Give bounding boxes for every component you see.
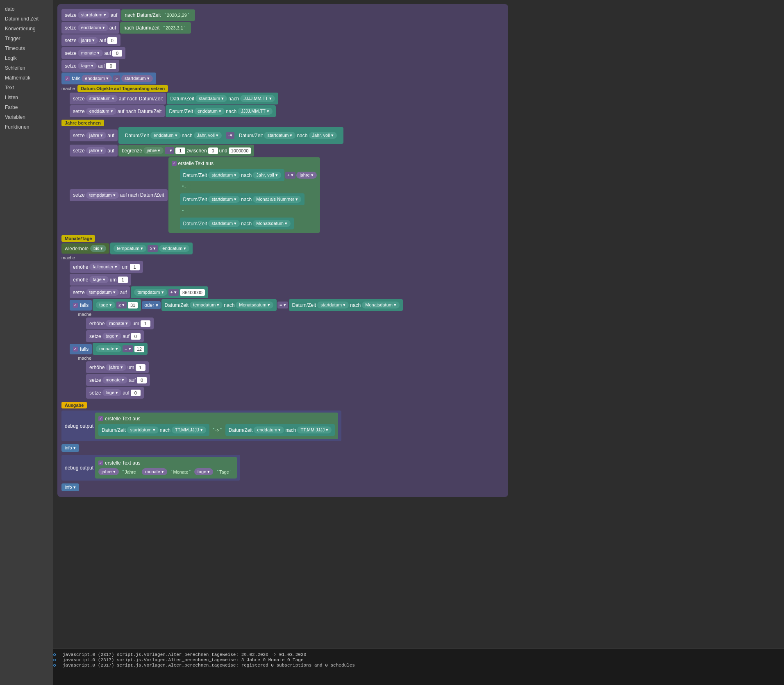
- falls2-block[interactable]: ✓ falls: [70, 300, 92, 311]
- tempdatum-pill[interactable]: tempdatum ▾: [86, 192, 119, 199]
- enddatum-pill3[interactable]: enddatum ▾: [86, 108, 116, 115]
- monate-val[interactable]: 0: [112, 50, 122, 57]
- monate-pill2[interactable]: monate ▾: [106, 320, 131, 327]
- jahre-pill7[interactable]: jahre ▾: [98, 468, 119, 475]
- sidebar-item-konvertierung[interactable]: Konvertierung: [0, 24, 53, 34]
- falls-block[interactable]: ✓ falls enddatum ▾ > startdatum ▾: [61, 73, 156, 84]
- setze-jahre-block[interactable]: setze jahre ▾ auf 0: [61, 34, 120, 46]
- ttmmjjjj-pill2[interactable]: TT.MM.JJJJ ▾: [297, 426, 332, 433]
- setze-tempdatum-block[interactable]: setze tempdatum ▾ auf nach Datum/Zeit: [70, 189, 168, 201]
- monate-pill[interactable]: monate ▾: [78, 50, 103, 57]
- bis-pill[interactable]: bis ▾: [90, 245, 106, 252]
- jahr-voll-pill3[interactable]: Jahr, voll ▾: [253, 172, 281, 179]
- failcounter-pill[interactable]: failcounter ▾: [89, 263, 120, 270]
- jjjjmmtt-pill2[interactable]: JJJJ.MM.TT ▾: [238, 108, 273, 115]
- val-0a[interactable]: 0: [208, 147, 218, 154]
- startdatum-pill[interactable]: startdatum ▾: [78, 11, 109, 18]
- startdatum-pill10[interactable]: startdatum ▾: [127, 426, 159, 433]
- debug-block2[interactable]: debug output ✓ erstelle Text aus jahre ▾…: [61, 455, 240, 481]
- enddatum-pill5[interactable]: enddatum ▾: [150, 132, 181, 139]
- monatsdatum-pill3[interactable]: Monatsdatum ▾: [362, 302, 400, 308]
- setze-jahre3-block[interactable]: setze jahre ▾ auf: [70, 145, 118, 157]
- sidebar-item-farbe[interactable]: Farbe: [0, 102, 53, 112]
- setze-enddatum-block[interactable]: setze enddatum ▾ auf: [61, 22, 119, 34]
- tage-pill4[interactable]: tage ▾: [102, 333, 121, 340]
- sidebar-item-schleifen[interactable]: Schleifen: [0, 63, 53, 73]
- val-0c[interactable]: 0: [137, 377, 147, 383]
- enddatum-pill[interactable]: enddatum ▾: [78, 24, 108, 31]
- val-12[interactable]: 12: [134, 346, 144, 352]
- jahre-pill4[interactable]: jahre ▾: [143, 147, 164, 154]
- startdatum-pill4[interactable]: startdatum ▾: [195, 95, 227, 102]
- datum-zeit-block[interactable]: Datum/Zeit startdatum ▾ nach JJJJ.MM.TT …: [167, 93, 278, 104]
- debug-block1[interactable]: debug output ✓ erstelle Text aus Datum/Z…: [61, 411, 341, 441]
- sidebar-item-funktionen[interactable]: Funktionen: [0, 122, 53, 132]
- info-block2[interactable]: info ▾: [61, 483, 79, 491]
- val-0b[interactable]: 0: [131, 333, 141, 340]
- tage-pill5[interactable]: tage ▾: [102, 389, 121, 396]
- info-block1[interactable]: info ▾: [61, 444, 79, 452]
- sidebar-item-dato[interactable]: dato: [0, 4, 53, 14]
- nach-datum-zeit-block2[interactable]: nach Datum/Zeit " 2023,3,1 ": [120, 22, 191, 34]
- erhoehe-tage-block[interactable]: erhöhe tage ▾ um 1: [70, 274, 131, 286]
- enddatum-pill7[interactable]: enddatum ▾: [254, 426, 284, 433]
- math-minus-block[interactable]: Datum/Zeit enddatum ▾ nach Jahr, voll ▾ …: [118, 127, 343, 144]
- monate-pill5[interactable]: monate ▾: [142, 468, 167, 475]
- setze-enddatum2-block[interactable]: setze enddatum ▾ auf nach Datum/Zeit: [70, 105, 165, 117]
- jahre-pill[interactable]: jahre ▾: [78, 37, 98, 44]
- setze-tage-null-block[interactable]: setze tage ▾ auf 0: [86, 330, 144, 342]
- erhoehe-jahre-block[interactable]: erhöhe jahre ▾ um 1: [86, 361, 149, 373]
- sidebar-item-timeouts[interactable]: Timeouts: [0, 43, 53, 53]
- sidebar-item-datum-zeit[interactable]: Datum und Zeit: [0, 14, 53, 24]
- jahre-val[interactable]: 0: [107, 37, 117, 44]
- enddatum-pill4[interactable]: enddatum ▾: [194, 108, 225, 115]
- tage-val[interactable]: 0: [106, 63, 116, 69]
- val-0d[interactable]: 0: [131, 390, 141, 396]
- setze-tage-block[interactable]: setze tage ▾ auf 0: [61, 60, 119, 72]
- tempdatum-pill2[interactable]: tempdatum ▾: [114, 245, 146, 252]
- monat-nummer-pill[interactable]: Monat als Nummer ▾: [253, 196, 301, 203]
- tage-pill2[interactable]: tage ▾: [89, 276, 108, 283]
- sidebar-item-logik[interactable]: Logik: [0, 53, 53, 63]
- setze-tempdatum2-block[interactable]: setze tempdatum ▾ auf: [70, 286, 130, 298]
- sidebar-item-trigger[interactable]: Trigger: [0, 34, 53, 43]
- nach-datum-zeit-block[interactable]: nach Datum/Zeit " 2020,2,29 ": [121, 9, 195, 21]
- val-1000000[interactable]: 1000000: [229, 147, 251, 154]
- jahre-pill6[interactable]: jahre ▾: [106, 364, 126, 371]
- erhoehe-failcounter-block[interactable]: erhöhe failcounter ▾ um 1: [70, 261, 143, 273]
- begrenze-block[interactable]: begrenze jahre ▾ - ▾ 1 zwischen 0 und 10…: [118, 145, 255, 157]
- tempdatum-pill4[interactable]: tempdatum ▾: [134, 289, 167, 296]
- startdatum-pill9[interactable]: startdatum ▾: [317, 302, 349, 308]
- setze-monate-null-block[interactable]: setze monate ▾ auf 0: [86, 374, 150, 386]
- enddatum-pill6[interactable]: enddatum ▾: [159, 245, 189, 252]
- setze-tage-null2-block[interactable]: setze tage ▾ auf 0: [86, 387, 144, 399]
- startdatum-pill3[interactable]: startdatum ▾: [86, 95, 118, 102]
- val-31[interactable]: 31: [128, 302, 138, 308]
- ttmmjjjj-pill[interactable]: TT.MM.JJJJ ▾: [172, 426, 206, 433]
- enddatum-pill2[interactable]: enddatum ▾: [82, 75, 112, 82]
- startdatum-pill6[interactable]: startdatum ▾: [208, 172, 240, 179]
- tage-pill6[interactable]: tage ▾: [194, 468, 213, 475]
- tempdatum-pill5[interactable]: tempdatum ▾: [190, 302, 223, 308]
- setze-startdatum-block[interactable]: setze startdatum ▾ auf: [61, 9, 120, 21]
- falls3-block[interactable]: ✓ falls: [70, 344, 92, 354]
- erhoehe-monate-block[interactable]: erhöhe monate ▾ um 1: [86, 318, 154, 329]
- sidebar-item-mathematik[interactable]: Mathematik: [0, 73, 53, 83]
- startdatum-pill8[interactable]: startdatum ▾: [208, 220, 240, 227]
- tage-pill[interactable]: tage ▾: [78, 62, 97, 69]
- monate-pill4[interactable]: monate ▾: [102, 377, 128, 383]
- jahr-voll-pill2[interactable]: Jahr, voll ▾: [309, 132, 337, 139]
- val-86400000[interactable]: 86400000: [180, 289, 205, 296]
- jahr-voll-pill[interactable]: Jahr, voll ▾: [194, 132, 222, 139]
- sidebar-item-listen[interactable]: Listen: [0, 93, 53, 102]
- sidebar-item-text[interactable]: Text: [0, 83, 53, 93]
- val-1e[interactable]: 1: [136, 364, 145, 371]
- setze-jahre2-block[interactable]: setze jahre ▾ auf: [70, 129, 118, 141]
- monatsdatum-pill[interactable]: Monatsdatum ▾: [253, 220, 291, 227]
- startdatum-pill5[interactable]: startdatum ▾: [264, 132, 295, 139]
- jahre-pill2[interactable]: jahre ▾: [86, 132, 107, 139]
- monate-pill3[interactable]: monate ▾: [96, 345, 121, 352]
- startdatum-pill2[interactable]: startdatum ▾: [121, 75, 153, 82]
- setze-monate-block[interactable]: setze monate ▾ auf 0: [61, 47, 125, 59]
- tempdatum-pill3[interactable]: tempdatum ▾: [86, 289, 119, 296]
